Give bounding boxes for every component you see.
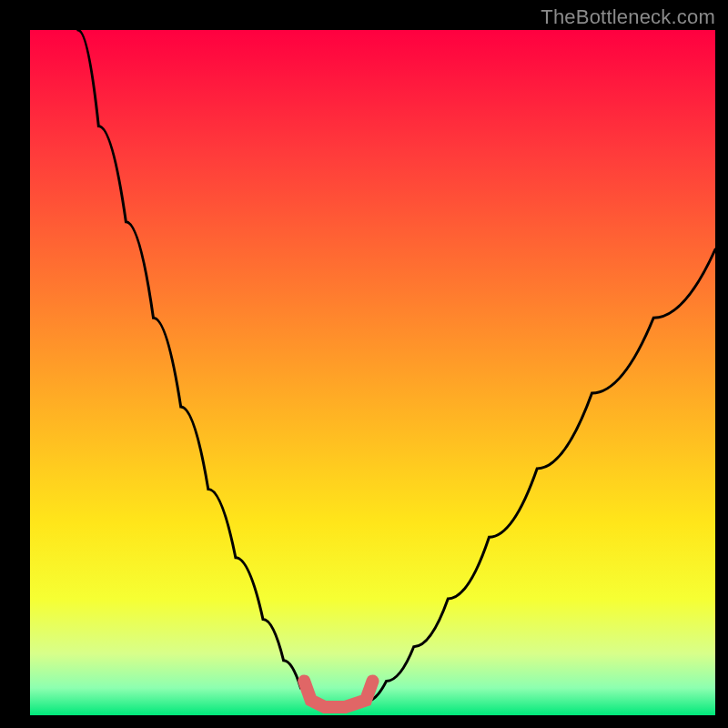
watermark-text: TheBottleneck.com (541, 5, 715, 29)
curves (30, 30, 715, 715)
right-bottleneck-curve (366, 249, 715, 702)
left-bottleneck-curve (78, 30, 311, 702)
optimal-range-marker (304, 681, 372, 707)
